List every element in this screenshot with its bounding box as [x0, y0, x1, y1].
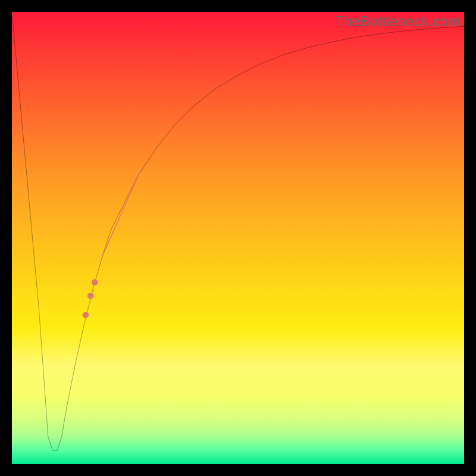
highlight-dots [83, 279, 98, 318]
bottleneck-curve-svg [12, 12, 464, 464]
highlight-dot [83, 312, 89, 318]
plot-area: TheBottleneck.com [12, 12, 464, 464]
highlight-dot [92, 279, 98, 286]
chart-frame: TheBottleneck.com [0, 0, 476, 476]
watermark-text: TheBottleneck.com [335, 13, 461, 30]
highlight-segment [102, 170, 141, 256]
highlight-dot [87, 293, 94, 299]
bottleneck-curve [12, 12, 464, 450]
